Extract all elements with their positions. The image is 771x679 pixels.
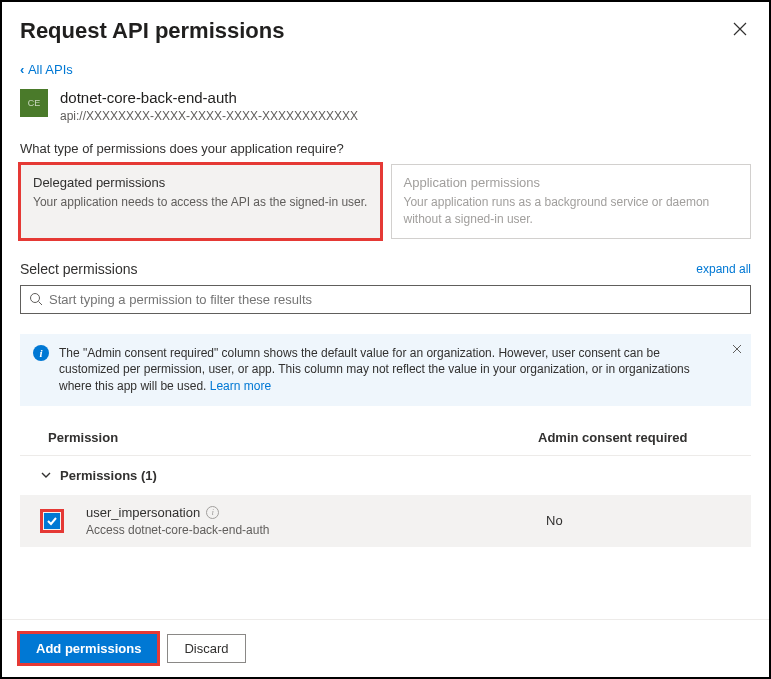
search-icon: [29, 292, 43, 306]
close-icon[interactable]: [729, 18, 751, 44]
select-permissions-label: Select permissions: [20, 261, 138, 277]
learn-more-link[interactable]: Learn more: [210, 379, 271, 393]
application-title: Application permissions: [404, 175, 739, 190]
info-text: The "Admin consent required" column show…: [59, 345, 720, 395]
application-permissions-card[interactable]: Application permissions Your application…: [391, 164, 752, 239]
permission-description: Access dotnet-core-back-end-auth: [86, 523, 546, 537]
info-icon[interactable]: i: [206, 506, 219, 519]
back-link[interactable]: All APIs: [20, 62, 73, 77]
info-close-icon[interactable]: [732, 343, 742, 357]
info-banner: i The "Admin consent required" column sh…: [20, 334, 751, 406]
api-app-icon: CE: [20, 89, 48, 117]
discard-button[interactable]: Discard: [167, 634, 245, 663]
add-permissions-button[interactable]: Add permissions: [20, 634, 157, 663]
panel-title: Request API permissions: [20, 18, 284, 44]
api-uri: api://XXXXXXXX-XXXX-XXXX-XXXX-XXXXXXXXXX…: [60, 109, 358, 123]
chevron-down-icon: [40, 469, 52, 481]
admin-consent-value: No: [546, 513, 563, 528]
expand-all-link[interactable]: expand all: [696, 262, 751, 276]
delegated-permissions-card[interactable]: Delegated permissions Your application n…: [20, 164, 381, 239]
svg-point-0: [31, 294, 40, 303]
delegated-desc: Your application needs to access the API…: [33, 194, 368, 211]
search-input-wrapper[interactable]: [20, 285, 751, 314]
permission-name: user_impersonation: [86, 505, 200, 520]
svg-line-1: [39, 302, 43, 306]
table-row: user_impersonation i Access dotnet-core-…: [20, 495, 751, 547]
application-desc: Your application runs as a background se…: [404, 194, 739, 228]
delegated-title: Delegated permissions: [33, 175, 368, 190]
info-icon: i: [33, 345, 49, 361]
search-input[interactable]: [43, 290, 742, 309]
permissions-group-label: Permissions (1): [60, 468, 157, 483]
col-header-admin: Admin consent required: [538, 430, 731, 445]
api-name: dotnet-core-back-end-auth: [60, 89, 358, 106]
breadcrumb: All APIs: [20, 62, 751, 77]
permissions-group-toggle[interactable]: Permissions (1): [20, 456, 751, 495]
permission-checkbox[interactable]: [44, 513, 60, 529]
permission-type-question: What type of permissions does your appli…: [20, 141, 751, 156]
col-header-permission: Permission: [48, 430, 538, 445]
